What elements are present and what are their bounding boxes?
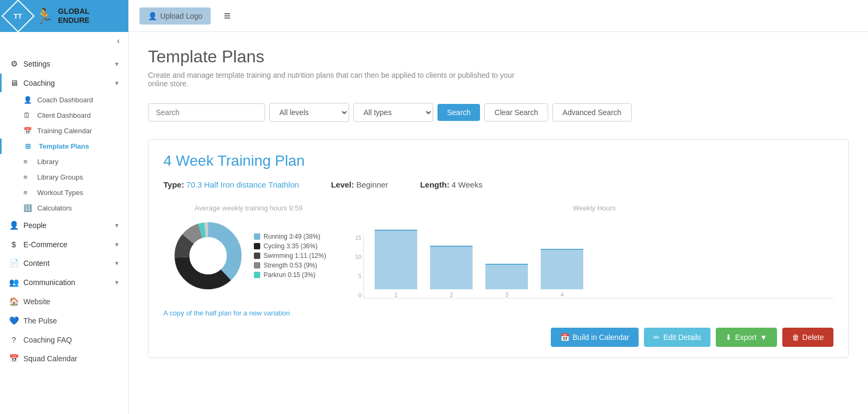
content-icon: 📄 <box>9 258 19 268</box>
pulse-icon: 💙 <box>9 316 19 326</box>
sidebar: TT 🏃 GLOBALENDURE ‹ ⚙ Settings ▼ 🖥 Coach… <box>0 0 129 414</box>
build-in-calendar-button[interactable]: 📅 Build in Calendar <box>551 328 639 347</box>
clear-search-button[interactable]: Clear Search <box>484 103 548 121</box>
page-subtitle: Create and manage template training and … <box>148 71 520 88</box>
sidebar-item-settings[interactable]: ⚙ Settings ▼ <box>0 54 128 74</box>
legend-color-cycling <box>254 243 260 249</box>
plan-level: Level: Beginner <box>331 180 388 189</box>
coaching-active-indicator <box>0 74 2 92</box>
legend-item-swimming: Swimming 1:11 (12%) <box>254 252 326 259</box>
donut-title: Average weekly training hours 9:59 <box>195 204 303 212</box>
plan-type: Type: 70.3 Half Iron distance Triathlon <box>163 180 299 189</box>
brand-runner-icon: 🏃 <box>35 7 54 25</box>
donut-wrapper: Running 3:49 (38%) Cycling 3:35 (36%) Sw… <box>171 218 326 293</box>
sidebar-item-library-groups[interactable]: ≡ Library Groups <box>0 169 128 185</box>
sidebar-collapse-btn[interactable]: ‹ <box>0 32 128 50</box>
sidebar-item-squad-calendar[interactable]: 📅 Squad Calendar <box>0 349 128 368</box>
donut-chart <box>171 218 245 293</box>
donut-section: Average weekly training hours 9:59 <box>163 204 334 293</box>
upload-icon: 👤 <box>148 12 157 20</box>
plan-type-link[interactable]: 70.3 Half Iron distance Triathlon <box>186 180 299 189</box>
sidebar-item-pulse[interactable]: 💙 The Pulse <box>0 311 128 330</box>
squad-calendar-icon: 📅 <box>9 354 19 363</box>
sidebar-item-workout-types[interactable]: ≡ Workout Types <box>0 185 128 200</box>
legend-color-strength <box>254 262 260 269</box>
page-title: Template Plans <box>148 47 849 67</box>
coaching-arrow-icon: ▼ <box>114 80 120 86</box>
donut-legend: Running 3:49 (38%) Cycling 3:35 (36%) Sw… <box>254 233 326 279</box>
ecommerce-icon: $ <box>9 240 19 249</box>
plan-title: 4 Week Training Plan <box>163 152 833 169</box>
settings-arrow-icon: ▼ <box>114 61 120 67</box>
main-area: 👤 Upload Logo ≡ Template Plans Create an… <box>129 0 868 414</box>
levels-dropdown[interactable]: All levels Beginner Intermediate Advance… <box>269 103 349 122</box>
sidebar-item-coach-dashboard[interactable]: 👤 Coach Dashboard <box>0 92 128 108</box>
hamburger-button[interactable]: ≡ <box>219 7 235 25</box>
sidebar-logo: TT 🏃 GLOBALENDURE <box>0 0 128 32</box>
edit-details-button[interactable]: ✏ Edit Details <box>644 328 710 347</box>
logo-initials: TT <box>14 12 22 20</box>
faq-icon: ? <box>9 335 19 344</box>
brand-container: 🏃 GLOBALENDURE <box>35 7 89 25</box>
sidebar-item-faq[interactable]: ? Coaching FAQ <box>0 330 128 349</box>
bar-week-2 <box>430 246 473 289</box>
plan-length: Length: 4 Weeks <box>420 180 482 189</box>
charts-row: Average weekly training hours 9:59 <box>163 204 833 298</box>
delete-button[interactable]: 🗑 Delete <box>782 328 833 347</box>
legend-color-swimming <box>254 253 260 259</box>
sidebar-item-website[interactable]: 🏠 Website <box>0 292 128 311</box>
content-arrow-icon: ▼ <box>114 260 120 266</box>
legend-item-strength: Strength 0:53 (9%) <box>254 262 326 269</box>
template-plans-icon: ⊞ <box>25 142 35 150</box>
export-button[interactable]: ⬇ Export ▼ <box>716 328 776 347</box>
sidebar-item-people[interactable]: 👤 People ▼ <box>0 216 128 235</box>
communication-arrow-icon: ▼ <box>114 279 120 286</box>
bar-chart-bars: 1 2 3 4 <box>363 234 833 298</box>
sidebar-item-training-calendar[interactable]: 📅 Training Calendar <box>0 123 128 139</box>
workout-types-icon: ≡ <box>23 189 33 197</box>
bar-group-3: 3 <box>485 264 528 298</box>
sidebar-item-coaching[interactable]: 🖥 Coaching ▼ <box>0 74 128 92</box>
legend-color-parkrun <box>254 272 260 278</box>
communication-icon: 👥 <box>9 278 19 287</box>
calculators-icon: 🔢 <box>23 204 33 212</box>
bar-week-3 <box>485 264 528 289</box>
bar-group-4: 4 <box>541 249 583 298</box>
legend-item-cycling: Cycling 3:35 (36%) <box>254 242 326 250</box>
edit-icon: ✏ <box>654 333 660 342</box>
search-input[interactable] <box>148 103 265 121</box>
coaching-icon: 🖥 <box>9 78 19 87</box>
types-dropdown[interactable]: All types Training Nutrition <box>353 103 433 122</box>
sidebar-item-content[interactable]: 📄 Content ▼ <box>0 254 128 273</box>
search-button[interactable]: Search <box>437 104 480 121</box>
export-dropdown-icon: ▼ <box>760 333 767 342</box>
donut-center <box>189 237 227 274</box>
sidebar-item-communication[interactable]: 👥 Communication ▼ <box>0 273 128 292</box>
bar-group-1: 1 <box>375 230 417 298</box>
advanced-search-button[interactable]: Advanced Search <box>552 103 632 121</box>
legend-color-running <box>254 233 260 240</box>
library-groups-icon: ≡ <box>23 173 33 181</box>
coach-dashboard-icon: 👤 <box>23 96 33 104</box>
sidebar-item-ecommerce[interactable]: $ E-Commerce ▼ <box>0 235 128 254</box>
sidebar-item-library[interactable]: ≡ Library <box>0 154 128 169</box>
sidebar-item-client-dashboard[interactable]: 🗓 Client Dashboard <box>0 108 128 123</box>
legend-item-parkrun: Parkrun 0:15 (3%) <box>254 271 326 279</box>
brand-name: GLOBALENDURE <box>58 7 89 25</box>
sidebar-item-template-plans[interactable]: ⊞ Template Plans <box>0 139 128 154</box>
client-dashboard-icon: 🗓 <box>23 111 33 119</box>
settings-icon: ⚙ <box>9 59 19 69</box>
export-icon: ⬇ <box>725 333 732 342</box>
bar-group-2: 2 <box>430 246 473 298</box>
plan-note: A copy of the half plan for a new variat… <box>163 309 833 317</box>
plan-meta: Type: 70.3 Half Iron distance Triathlon … <box>163 180 833 189</box>
upload-logo-button[interactable]: 👤 Upload Logo <box>139 7 211 25</box>
calendar-icon: 📅 <box>560 333 569 342</box>
training-calendar-icon: 📅 <box>23 127 33 135</box>
topbar: 👤 Upload Logo ≡ <box>129 0 868 32</box>
sidebar-item-calculators[interactable]: 🔢 Calculators <box>0 200 128 216</box>
ecommerce-arrow-icon: ▼ <box>114 241 120 248</box>
logo-diamond: TT <box>2 0 35 33</box>
y-axis: 15 10 5 0 <box>355 234 361 298</box>
website-icon: 🏠 <box>9 297 19 306</box>
